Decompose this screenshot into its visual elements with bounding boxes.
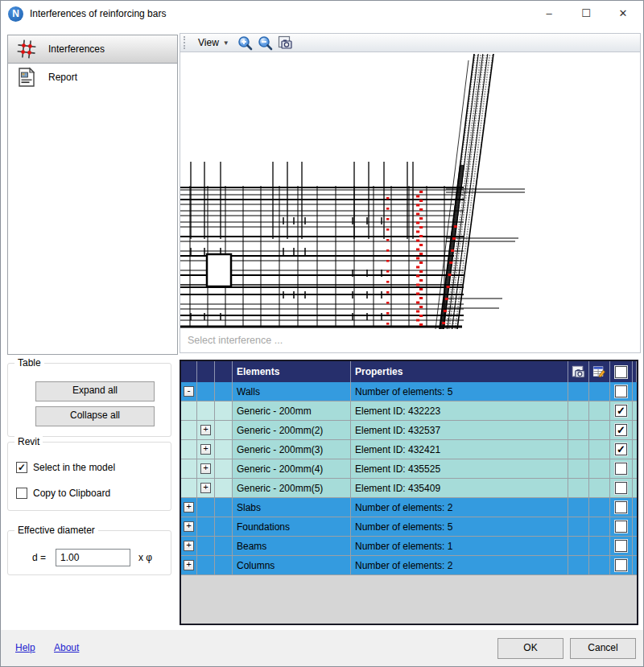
element-property: Element ID: 435525: [351, 459, 568, 479]
row-checkbox[interactable]: [615, 443, 627, 455]
diameter-input[interactable]: [56, 549, 130, 566]
report-icon: [16, 67, 37, 88]
maximize-button[interactable]: ☐: [568, 1, 605, 25]
row-checkbox[interactable]: [615, 521, 627, 533]
element-property: Number of elements: 2: [351, 556, 568, 575]
header-expander-col: [181, 361, 197, 382]
view-toolbar: View ▼: [180, 33, 641, 52]
diameter-prefix-label: d =: [32, 552, 46, 563]
snapshot-button[interactable]: [278, 35, 293, 51]
expander-toggle[interactable]: +: [200, 483, 211, 493]
about-link[interactable]: About: [54, 642, 79, 653]
header-edit-report-button[interactable]: [589, 361, 610, 382]
copy-to-clipboard-label: Copy to Clipboard: [33, 488, 110, 499]
app-logo-icon: N: [8, 6, 23, 22]
sidebar-item-report[interactable]: Report: [8, 64, 177, 91]
interferences-icon: [16, 39, 37, 60]
element-property: Number of elements: 5: [351, 382, 568, 401]
row-checkbox[interactable]: [615, 559, 627, 571]
row-checkbox[interactable]: [615, 405, 627, 417]
element-label: Slabs: [233, 498, 351, 517]
element-label: Walls: [233, 382, 351, 401]
element-property: Element ID: 435409: [351, 479, 568, 498]
select-in-model-label: Select in the model: [33, 462, 115, 473]
select-in-model-option[interactable]: Select in the model: [16, 462, 115, 473]
minimize-button[interactable]: –: [530, 1, 568, 25]
copy-to-clipboard-option[interactable]: Copy to Clipboard: [16, 488, 110, 499]
expander-toggle[interactable]: +: [184, 521, 194, 532]
diameter-unit-label: x φ: [138, 552, 152, 563]
table-row-beams[interactable]: + Beams Number of elements: 1: [181, 537, 637, 556]
header-elements: Elements: [233, 361, 351, 382]
element-property: Number of elements: 2: [351, 498, 568, 517]
revit-group: Revit Select in the model Copy to Clipbo…: [7, 442, 171, 511]
table-group: Table Expand all Collapse all: [7, 363, 171, 437]
title-bar: N Interferences of reinforcing bars – ☐ …: [1, 1, 643, 27]
sidebar-item-label: Report: [48, 72, 77, 83]
toolbar-grip[interactable]: [184, 36, 188, 49]
model-viewport[interactable]: Select interference ...: [180, 52, 641, 353]
table-row-generic-200mm-3[interactable]: + Generic - 200mm(3) Element ID: 432421: [181, 440, 637, 459]
expander-toggle[interactable]: +: [200, 463, 211, 474]
element-property: Number of elements: 5: [351, 517, 568, 537]
table-row-generic-200mm-2[interactable]: + Generic - 200mm(2) Element ID: 432537: [181, 421, 637, 440]
table-header-row: Elements Properties: [181, 361, 637, 382]
zoom-out-icon: [258, 35, 273, 51]
effective-diameter-title: Effective diameter: [14, 525, 98, 536]
view-dropdown[interactable]: View ▼: [195, 35, 233, 50]
table-row-columns[interactable]: + Columns Number of elements: 2: [181, 556, 637, 575]
element-label: Generic - 200mm(4): [233, 459, 351, 479]
select-in-model-checkbox[interactable]: [16, 462, 27, 473]
ok-button[interactable]: OK: [497, 638, 564, 659]
expander-toggle[interactable]: +: [184, 541, 194, 551]
element-property: Element ID: 432223: [351, 401, 568, 421]
row-checkbox[interactable]: [615, 540, 627, 552]
view-label: View: [198, 37, 219, 48]
zoom-in-icon: [237, 35, 253, 51]
table-row-generic-200mm-4[interactable]: + Generic - 200mm(4) Element ID: 435525: [181, 459, 637, 479]
snapshot-icon: [278, 35, 292, 50]
snapshot-icon: [572, 365, 585, 379]
sidebar-item-label: Interferences: [48, 43, 105, 55]
table-row-generic-200mm-5[interactable]: + Generic - 200mm(5) Element ID: 435409: [181, 479, 637, 498]
effective-diameter-group: Effective diameter d = x φ: [7, 530, 171, 575]
sidebar: Interferences Report: [7, 35, 178, 355]
chevron-down-icon: ▼: [223, 39, 229, 47]
footer-bar: Help About OK Cancel: [1, 630, 643, 667]
row-checkbox[interactable]: [615, 424, 627, 436]
row-checkbox[interactable]: [615, 482, 627, 494]
element-property: Number of elements: 1: [351, 537, 568, 556]
elements-table: Elements Properties - Walls: [180, 360, 638, 625]
select-all-checkbox[interactable]: [610, 361, 633, 382]
row-checkbox[interactable]: [615, 463, 627, 475]
copy-to-clipboard-checkbox[interactable]: [16, 488, 27, 499]
help-link[interactable]: Help: [15, 642, 35, 653]
element-label: Beams: [233, 537, 351, 556]
expander-toggle[interactable]: -: [184, 386, 194, 397]
close-button[interactable]: ✕: [605, 1, 642, 25]
table-row-slabs[interactable]: + Slabs Number of elements: 2: [181, 498, 637, 517]
expander-toggle[interactable]: +: [200, 425, 211, 435]
table-row-walls[interactable]: - Walls Number of elements: 5: [181, 382, 637, 401]
element-label: Foundations: [233, 517, 351, 537]
table-group-title: Table: [14, 357, 44, 368]
collapse-all-button[interactable]: Collapse all: [35, 406, 155, 426]
row-checkbox[interactable]: [615, 501, 627, 513]
element-property: Element ID: 432421: [351, 440, 568, 459]
window-title: Interferences of reinforcing bars: [30, 8, 166, 19]
table-row-generic-200mm[interactable]: Generic - 200mm Element ID: 432223: [181, 401, 637, 421]
zoom-out-button[interactable]: [258, 35, 273, 51]
expander-toggle[interactable]: +: [184, 502, 194, 513]
cancel-button[interactable]: Cancel: [570, 638, 636, 659]
zoom-in-button[interactable]: [237, 35, 253, 51]
expander-toggle[interactable]: +: [184, 560, 194, 570]
header-snapshot-button[interactable]: [568, 361, 589, 382]
edit-report-icon: [592, 365, 606, 379]
expand-all-button[interactable]: Expand all: [35, 381, 155, 401]
sidebar-item-interferences[interactable]: Interferences: [8, 35, 177, 64]
revit-group-title: Revit: [14, 436, 43, 447]
table-row-foundations[interactable]: + Foundations Number of elements: 5: [181, 517, 637, 537]
row-checkbox[interactable]: [615, 385, 627, 397]
expander-toggle[interactable]: +: [200, 444, 211, 455]
element-label: Columns: [233, 556, 351, 575]
